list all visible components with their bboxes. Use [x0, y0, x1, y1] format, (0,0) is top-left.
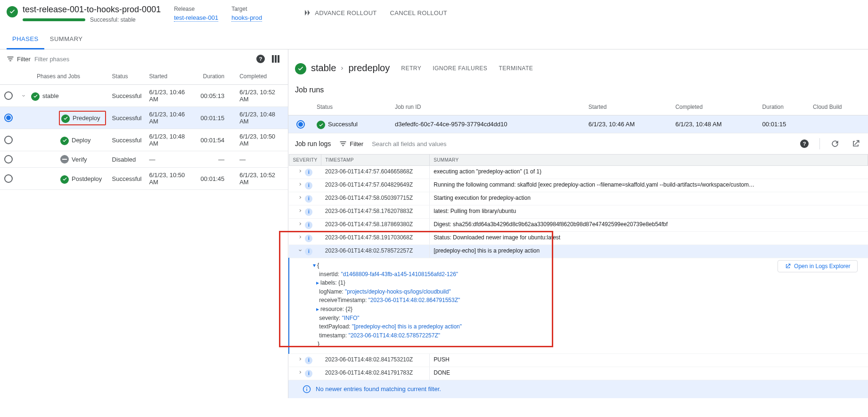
phase-radio[interactable]: [4, 174, 13, 183]
filter-label: Filter: [17, 56, 31, 63]
log-summary: DONE: [430, 367, 868, 380]
log-row[interactable]: i2023-06-01T14:47:58.050397715ZStarting …: [289, 192, 868, 205]
phase-name: Predeploy: [73, 114, 100, 122]
phase-started: 6/1/23, 10:46 AM: [145, 107, 197, 129]
filter-button[interactable]: Filter: [7, 55, 31, 63]
tab-phases[interactable]: PHASES: [7, 30, 44, 49]
log-timestamp: 2023-06-01T14:48:02.578572257Z: [321, 245, 430, 258]
phase-radio[interactable]: [4, 114, 13, 122]
terminate-button[interactable]: TERMINATE: [499, 65, 533, 72]
filter-input[interactable]: [34, 56, 141, 63]
severity-info-icon: i: [305, 235, 312, 242]
help-icon[interactable]: ?: [255, 53, 266, 65]
log-table: SEVERITY TIMESTAMP SUMMARY i2023-06-01T1…: [288, 154, 868, 380]
columns-icon[interactable]: [270, 53, 281, 65]
open-logs-explorer-button[interactable]: Open in Logs Explorer: [778, 260, 857, 272]
crumb-phase: stable: [311, 63, 336, 74]
col-duration: Duration: [197, 68, 236, 85]
log-timestamp: 2023-06-01T14:47:58.191703068Z: [321, 232, 430, 245]
phase-radio[interactable]: [4, 91, 13, 100]
success-icon: [31, 92, 40, 101]
log-summary: Digest: sha256:dfd64a3b4296d8c9b62aa3309…: [430, 219, 868, 232]
chevron-right-icon[interactable]: [297, 221, 303, 227]
advance-rollout-button[interactable]: ADVANCE ROLLOUT: [303, 8, 377, 17]
log-summary: PUSH: [430, 353, 868, 367]
phase-completed: 6/1/23, 10:50 AM: [236, 129, 288, 151]
phase-status: Successful: [108, 85, 146, 107]
severity-info-icon: i: [305, 208, 312, 216]
log-help-icon[interactable]: ?: [799, 138, 810, 149]
job-status-icon: [295, 63, 306, 74]
phase-status: Successful: [108, 107, 146, 129]
log-search-input[interactable]: [372, 140, 790, 147]
svg-rect-2: [306, 389, 307, 391]
success-icon: [60, 137, 69, 145]
log-row[interactable]: i2023-06-01T14:47:58.176207883Zlatest: P…: [289, 205, 868, 219]
retry-button[interactable]: RETRY: [401, 65, 421, 72]
disabled-icon: [60, 155, 69, 164]
phase-started: 6/1/23, 10:46 AM: [145, 85, 197, 107]
progress-bar: [23, 18, 85, 21]
log-filter-label: Filter: [350, 140, 363, 147]
phase-completed: 6/1/23, 10:52 AM: [236, 85, 288, 107]
tab-summary[interactable]: SUMMARY: [44, 30, 89, 49]
severity-info-icon: i: [305, 357, 312, 364]
jr-col-completed: Completed: [671, 99, 758, 115]
phase-duration: 00:05:13: [197, 85, 236, 107]
log-timestamp: 2023-06-01T14:48:02.841791783Z: [321, 367, 430, 380]
log-detail: Open in Logs Explorer▾ { insertId: "d146…: [289, 258, 868, 354]
jr-col-id: Job run ID: [391, 99, 585, 115]
phase-name: stable: [42, 92, 59, 99]
jr-col-cloudbuild: Cloud Build: [809, 99, 868, 115]
log-row[interactable]: i2023-06-01T14:48:02.578572257Z[predeplo…: [289, 245, 868, 258]
job-run-row[interactable]: Successful d3efedfc-60c7-44ce-9579-37794…: [288, 115, 868, 133]
jr-id: d3efedfc-60c7-44ce-9579-37794cd4dd10: [391, 115, 585, 133]
phase-completed: 6/1/23, 10:52 AM: [236, 168, 288, 190]
phase-row[interactable]: DeploySuccessful6/1/23, 10:48 AM00:01:54…: [0, 129, 288, 151]
chevron-right-icon[interactable]: [297, 181, 303, 187]
phase-radio[interactable]: [4, 136, 13, 144]
log-row[interactable]: i2023-06-01T14:48:02.841753210ZPUSH: [289, 353, 868, 367]
cancel-rollout-button[interactable]: CANCEL ROLLOUT: [390, 9, 447, 16]
log-row[interactable]: i2023-06-01T14:47:58.191703068ZStatus: D…: [289, 232, 868, 245]
jr-col-status: Status: [313, 99, 391, 115]
chevron-right-icon[interactable]: [297, 234, 303, 240]
log-row[interactable]: i2023-06-01T14:48:02.841791783ZDONE: [289, 367, 868, 380]
jr-completed: 6/1/23, 10:48 AM: [671, 115, 758, 133]
rollout-title: test-release-001-to-hooks-prod-0001: [23, 5, 161, 15]
log-row[interactable]: i2023-06-01T14:47:57.604829649ZRunning t…: [289, 179, 868, 192]
chevron-right-icon[interactable]: [297, 195, 303, 200]
chevron-right-icon[interactable]: [297, 208, 303, 213]
ignore-failures-button[interactable]: IGNORE FAILURES: [433, 65, 487, 72]
severity-info-icon: i: [305, 182, 312, 189]
refresh-icon[interactable]: [829, 138, 841, 149]
target-link[interactable]: hooks-prod: [231, 14, 262, 22]
open-external-icon[interactable]: [850, 138, 861, 149]
log-row[interactable]: i2023-06-01T14:47:57.604665868Zexecuting…: [289, 166, 868, 179]
job-run-radio[interactable]: [296, 120, 305, 129]
rollout-status-text: Successful: stable: [90, 16, 136, 23]
log-summary: executing action "predeploy-action" (1 o…: [430, 166, 868, 179]
severity-info-icon: i: [305, 248, 312, 255]
chevron-right-icon[interactable]: [297, 356, 303, 362]
log-filter-button[interactable]: Filter: [339, 140, 363, 147]
chevron-down-icon[interactable]: [297, 247, 303, 253]
phase-radio[interactable]: [4, 155, 13, 164]
job-runs-table: Status Job run ID Started Completed Dura…: [288, 99, 868, 133]
log-row[interactable]: i2023-06-01T14:47:58.187869380ZDigest: s…: [289, 219, 868, 232]
jr-col-duration: Duration: [759, 99, 809, 115]
release-link[interactable]: test-release-001: [174, 14, 218, 22]
phase-status: Successful: [108, 168, 146, 190]
chevron-right-icon[interactable]: [297, 369, 303, 375]
phase-started: 6/1/23, 10:48 AM: [145, 129, 197, 151]
phase-row[interactable]: stableSuccessful6/1/23, 10:46 AM00:05:13…: [0, 85, 288, 107]
chevron-down-icon[interactable]: [21, 93, 26, 98]
severity-info-icon: i: [305, 169, 312, 176]
phase-row[interactable]: VerifyDisabled———: [0, 151, 288, 168]
phase-name: Postdeploy: [72, 175, 102, 182]
chevron-right-icon[interactable]: [297, 168, 303, 174]
phase-row[interactable]: PostdeploySuccessful6/1/23, 10:50 AM00:0…: [0, 168, 288, 190]
log-summary: Starting execution for predeploy-action: [430, 192, 868, 205]
phase-row[interactable]: PredeploySuccessful6/1/23, 10:46 AM00:01…: [0, 107, 288, 129]
log-timestamp: 2023-06-01T14:47:57.604829649Z: [321, 179, 430, 192]
